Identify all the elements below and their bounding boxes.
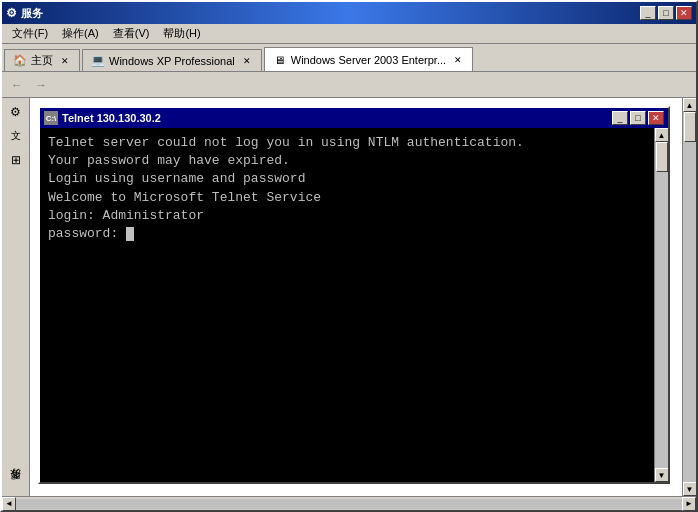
- scrollbar-horizontal[interactable]: ◄ ►: [2, 496, 696, 510]
- scroll-thumb[interactable]: [656, 142, 668, 172]
- menu-file[interactable]: 文件(F): [6, 24, 54, 43]
- telnet-titlebar: C:\ Telnet 130.130.30.2 _ □ ✕: [40, 108, 668, 128]
- tab-home-label: 主页: [31, 53, 53, 68]
- sidebar-icon-grid[interactable]: ⊞: [6, 150, 26, 170]
- close-button[interactable]: ✕: [676, 6, 692, 20]
- forward-button[interactable]: →: [30, 75, 52, 95]
- menu-bar: 文件(F) 操作(A) 查看(V) 帮助(H): [2, 24, 696, 44]
- menu-action[interactable]: 操作(A): [56, 24, 105, 43]
- server-icon: 🖥: [273, 53, 287, 67]
- tab-server2003[interactable]: 🖥 Windows Server 2003 Enterpr... ✕: [264, 47, 473, 71]
- outer-scroll-down[interactable]: ▼: [683, 482, 697, 496]
- app-title: ⚙ 服务: [6, 6, 43, 21]
- sidebar-icon-doc[interactable]: 文: [6, 126, 26, 146]
- telnet-line-7: login: Administrator: [48, 207, 646, 225]
- telnet-title-left: C:\ Telnet 130.130.30.2: [44, 111, 161, 125]
- main-window: ⚙ 服务 _ □ ✕ 文件(F) 操作(A) 查看(V) 帮助(H) 🏠 主页 …: [0, 0, 698, 512]
- tab-server-label: Windows Server 2003 Enterpr...: [291, 54, 446, 66]
- tab-xp-label: Windows XP Professional: [109, 55, 235, 67]
- app-title-icon: ⚙: [6, 6, 17, 20]
- menu-view[interactable]: 查看(V): [107, 24, 156, 43]
- app-title-label: 服务: [21, 6, 43, 21]
- scroll-up-arrow[interactable]: ▲: [655, 128, 669, 142]
- menu-help[interactable]: 帮助(H): [157, 24, 206, 43]
- sidebar: ⚙ 文 ⊞ 服务: [2, 98, 30, 496]
- app-titlebar: ⚙ 服务 _ □ ✕: [2, 2, 696, 24]
- telnet-line-2: Your password may have expired.: [48, 152, 646, 170]
- scroll-right-arrow[interactable]: ►: [682, 497, 696, 511]
- outer-scroll-up[interactable]: ▲: [683, 98, 697, 112]
- tab-home[interactable]: 🏠 主页 ✕: [4, 49, 80, 71]
- minimize-button[interactable]: _: [640, 6, 656, 20]
- sidebar-label-area: 服务: [8, 174, 23, 496]
- outer-scrollbar-v[interactable]: ▲ ▼: [682, 98, 696, 496]
- telnet-title-buttons: _ □ ✕: [612, 111, 664, 125]
- back-button[interactable]: ←: [6, 75, 28, 95]
- sidebar-icon-gear[interactable]: ⚙: [6, 102, 26, 122]
- tab-xp[interactable]: 💻 Windows XP Professional ✕: [82, 49, 262, 71]
- scrollbar-vertical[interactable]: ▲ ▼: [654, 128, 668, 482]
- tab-home-close[interactable]: ✕: [59, 55, 71, 67]
- tab-xp-close[interactable]: ✕: [241, 55, 253, 67]
- telnet-line-5: Welcome to Microsoft Telnet Service: [48, 189, 646, 207]
- telnet-maximize[interactable]: □: [630, 111, 646, 125]
- scroll-track: [655, 142, 669, 468]
- tab-server-close[interactable]: ✕: [452, 54, 464, 66]
- content-area: C:\ Telnet 130.130.30.2 _ □ ✕ Telnet ser…: [30, 98, 682, 496]
- toolbar: ← →: [2, 72, 696, 98]
- telnet-cursor: [126, 227, 134, 241]
- telnet-content[interactable]: Telnet server could not log you in using…: [40, 128, 654, 482]
- maximize-button[interactable]: □: [658, 6, 674, 20]
- scroll-down-arrow[interactable]: ▼: [655, 468, 669, 482]
- telnet-line-3: Login using username and password: [48, 170, 646, 188]
- telnet-title-text: Telnet 130.130.30.2: [62, 112, 161, 124]
- telnet-icon: C:\: [44, 111, 58, 125]
- tab-bar: 🏠 主页 ✕ 💻 Windows XP Professional ✕ 🖥 Win…: [2, 44, 696, 72]
- xp-icon: 💻: [91, 54, 105, 68]
- home-icon: 🏠: [13, 54, 27, 68]
- telnet-line-1: Telnet server could not log you in using…: [48, 134, 646, 152]
- main-area: ⚙ 文 ⊞ 服务 C:\ Telnet 130.130.30.2 _ □: [2, 98, 696, 496]
- telnet-minimize[interactable]: _: [612, 111, 628, 125]
- app-title-buttons: _ □ ✕: [640, 6, 692, 20]
- scroll-left-arrow[interactable]: ◄: [2, 497, 16, 511]
- outer-scroll-track: [683, 112, 697, 482]
- telnet-window: C:\ Telnet 130.130.30.2 _ □ ✕ Telnet ser…: [38, 106, 670, 484]
- telnet-close[interactable]: ✕: [648, 111, 664, 125]
- telnet-line-8: password:: [48, 225, 646, 243]
- outer-scroll-thumb[interactable]: [684, 112, 696, 142]
- h-scroll-track: [16, 499, 682, 509]
